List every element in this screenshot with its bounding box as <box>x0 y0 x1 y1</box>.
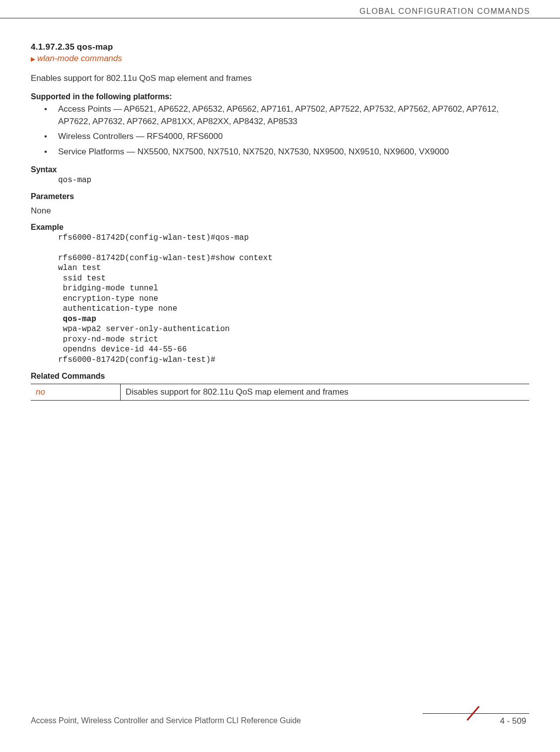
platforms-heading: Supported in the following platforms: <box>31 92 529 101</box>
related-cmd-name[interactable]: no <box>31 384 121 401</box>
table-row: no Disables support for 802.11u QoS map … <box>31 384 529 401</box>
example-code: rfs6000-81742D(config-wlan-test)#qos-map… <box>58 233 529 365</box>
syntax-code: qos-map <box>58 175 529 185</box>
code-line: proxy-nd-mode strict <box>58 335 158 344</box>
code-line: rfs6000-81742D(config-wlan-test)#show co… <box>58 254 273 263</box>
syntax-heading: Syntax <box>31 165 529 174</box>
code-line: bridging-mode tunnel <box>58 284 158 293</box>
code-line-bold: qos-map <box>58 315 96 324</box>
related-heading: Related Commands <box>31 372 529 381</box>
section-number: 4.1.97.2.35 <box>31 42 74 52</box>
list-item: Service Platforms — NX5500, NX7500, NX75… <box>58 146 529 158</box>
platforms-list: Access Points — AP6521, AP6522, AP6532, … <box>31 103 529 158</box>
page: GLOBAL CONFIGURATION COMMANDS 4.1.97.2.3… <box>0 0 560 752</box>
code-line: rfs6000-81742D(config-wlan-test)#qos-map <box>58 233 249 242</box>
content-area: 4.1.97.2.35 qos-map ▶wlan-mode commands … <box>31 42 529 401</box>
nav-arrow-icon: ▶ <box>31 56 35 63</box>
section-description: Enables support for 802.11u QoS map elem… <box>31 73 529 83</box>
list-item: Wireless Controllers — RFS4000, RFS6000 <box>58 131 529 143</box>
footer-slash-icon <box>464 704 482 722</box>
code-line: authentication-type none <box>58 304 177 313</box>
code-line: ssid test <box>58 274 106 283</box>
footer-page-number: 4 - 509 <box>500 716 526 726</box>
list-item: Access Points — AP6521, AP6522, AP6532, … <box>58 103 529 128</box>
example-heading: Example <box>31 223 529 232</box>
code-line: opendns device-id 44-55-66 <box>58 345 187 354</box>
parameters-body: None <box>31 206 529 216</box>
header-rule <box>0 18 560 18</box>
page-footer: Access Point, Wireless Controller and Se… <box>31 713 529 733</box>
footer-title: Access Point, Wireless Controller and Se… <box>31 716 301 725</box>
related-commands-table: no Disables support for 802.11u QoS map … <box>31 384 529 401</box>
code-line: wlan test <box>58 264 101 273</box>
running-header: GLOBAL CONFIGURATION COMMANDS <box>359 7 530 16</box>
code-line: wpa-wpa2 server-only-authentication <box>58 325 230 334</box>
svg-line-0 <box>467 706 479 720</box>
nav-link[interactable]: ▶wlan-mode commands <box>31 54 529 64</box>
code-line: rfs6000-81742D(config-wlan-test)# <box>58 355 215 364</box>
nav-link-text: wlan-mode commands <box>37 54 122 63</box>
parameters-heading: Parameters <box>31 192 529 201</box>
related-cmd-desc: Disables support for 802.11u QoS map ele… <box>121 384 530 401</box>
code-line: encryption-type none <box>58 294 158 303</box>
section-heading: 4.1.97.2.35 qos-map <box>31 42 529 52</box>
section-title: qos-map <box>77 42 113 52</box>
